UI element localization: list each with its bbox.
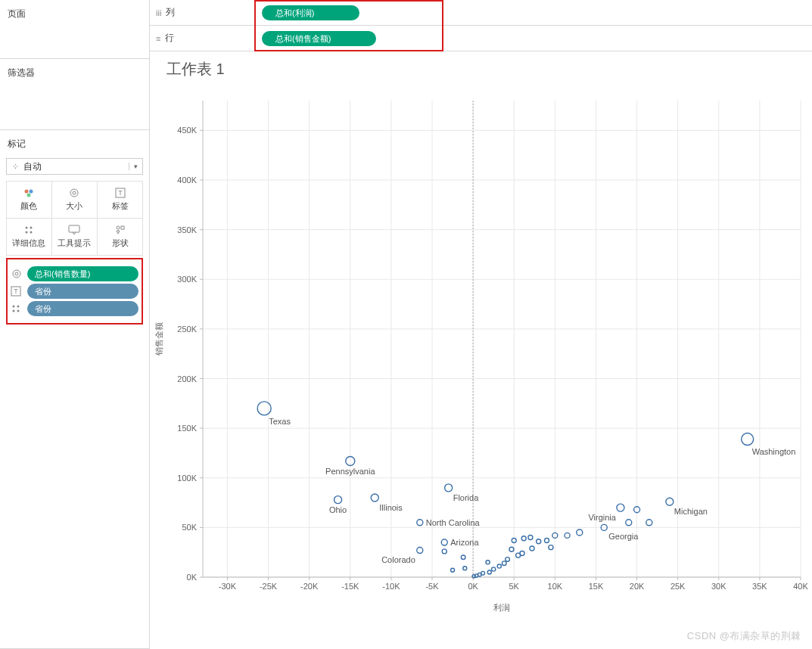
rows-icon: ≡ — [156, 34, 160, 43]
data-point[interactable] — [509, 547, 514, 551]
data-point[interactable] — [417, 520, 423, 526]
svg-point-1 — [30, 190, 33, 194]
data-point[interactable] — [666, 498, 674, 505]
svg-text:35K: 35K — [752, 582, 767, 591]
data-point[interactable] — [417, 548, 423, 554]
data-point[interactable] — [502, 561, 506, 566]
watermark: CSDN @布满杂草的荆棘 — [687, 629, 801, 643]
svg-text:50K: 50K — [182, 523, 197, 532]
drop-size-sales-qty[interactable]: 总和(销售数量) — [27, 266, 138, 281]
svg-point-18 — [13, 306, 15, 308]
svg-point-12 — [117, 226, 120, 229]
svg-text:450K: 450K — [177, 126, 197, 135]
data-point[interactable] — [530, 546, 534, 551]
point-label: Michigan — [674, 507, 708, 516]
data-point[interactable] — [451, 568, 455, 572]
data-point[interactable] — [463, 567, 467, 570]
rows-pill-sales[interactable]: 总和(销售金额) — [262, 31, 376, 46]
marks-tooltip-label: 工具提示 — [58, 238, 91, 249]
point-label: Colorado — [381, 555, 415, 564]
data-point[interactable] — [442, 549, 446, 554]
svg-rect-13 — [121, 226, 124, 229]
marks-size-icon — [68, 187, 80, 199]
data-point[interactable] — [445, 484, 453, 492]
svg-text:T: T — [14, 287, 18, 295]
marks-detail-icon — [23, 224, 34, 236]
data-point[interactable] — [528, 536, 533, 540]
marks-detail[interactable]: 详细信息 — [6, 218, 52, 256]
svg-point-21 — [17, 310, 20, 312]
data-point[interactable] — [565, 533, 570, 538]
svg-text:15K: 15K — [589, 582, 604, 591]
drop-detail-province[interactable]: 省份 — [27, 301, 138, 316]
point-label: Texas — [269, 417, 291, 426]
svg-text:-25K: -25K — [260, 582, 278, 591]
worksheet-title[interactable]: 工作表 1 — [150, 59, 812, 79]
marks-type-label: 自动 — [23, 160, 129, 173]
marks-size[interactable]: 大小 — [51, 181, 98, 219]
svg-text:30K: 30K — [711, 582, 726, 591]
scatter-chart[interactable]: -30K-25K-20K-15K-10K-5K0K5K10K15K20K25K3… — [150, 85, 808, 615]
data-point[interactable] — [257, 402, 271, 415]
svg-point-14 — [13, 270, 20, 278]
data-point[interactable] — [441, 539, 447, 545]
svg-text:0K: 0K — [187, 573, 198, 582]
svg-text:350K: 350K — [177, 225, 197, 234]
data-point[interactable] — [549, 545, 553, 550]
data-point[interactable] — [617, 504, 624, 511]
data-point[interactable] — [472, 575, 475, 578]
point-label: Georgia — [608, 532, 639, 541]
marks-label[interactable]: T标签 — [97, 181, 143, 219]
point-label: Virginia — [588, 513, 616, 522]
marks-color[interactable]: 颜色 — [6, 181, 52, 219]
svg-point-20 — [13, 310, 15, 312]
data-point[interactable] — [742, 433, 754, 446]
marks-color-label: 颜色 — [20, 200, 37, 212]
point-label: North Carolina — [426, 518, 481, 527]
marks-shape[interactable]: 形状 — [97, 218, 143, 256]
data-point[interactable] — [626, 520, 632, 526]
point-label: Pennsylvania — [325, 467, 375, 476]
point-label: Ohio — [329, 505, 347, 514]
data-point[interactable] — [486, 560, 490, 564]
point-label: Arizona — [450, 538, 479, 547]
rows-label: 行 — [165, 32, 174, 45]
marks-title: 标记 — [6, 135, 143, 154]
svg-point-7 — [26, 227, 28, 229]
svg-text:-20K: -20K — [300, 582, 319, 591]
pages-title: 页面 — [6, 5, 143, 23]
marks-detail-label: 详细信息 — [12, 238, 45, 249]
marks-tooltip[interactable]: 工具提示 — [51, 218, 98, 256]
point-label: Washington — [752, 447, 796, 456]
data-point[interactable] — [516, 553, 521, 557]
data-point[interactable] — [461, 555, 465, 560]
svg-text:150K: 150K — [177, 424, 197, 433]
data-point[interactable] — [497, 564, 501, 568]
marks-panel: 标记 ⁘ 自动 ▾ 颜色大小T标签详细信息工具提示形状 总和(销售数量)T省份省… — [0, 130, 149, 649]
columns-pill-profit[interactable]: 总和(利润) — [262, 5, 359, 20]
marks-tooltip-icon — [68, 224, 80, 236]
data-point[interactable] — [334, 496, 342, 504]
svg-text:250K: 250K — [177, 324, 197, 334]
svg-point-2 — [27, 194, 31, 197]
data-point[interactable] — [537, 539, 541, 544]
data-point[interactable] — [487, 570, 491, 574]
data-point[interactable] — [545, 538, 549, 542]
filters-title: 筛选器 — [6, 64, 143, 82]
svg-text:400K: 400K — [177, 175, 197, 185]
marks-type-dropdown[interactable]: ⁘ 自动 ▾ — [6, 158, 143, 175]
data-point[interactable] — [371, 494, 378, 502]
rows-shelf[interactable]: ≡ 行 总和(销售金额) — [150, 26, 812, 51]
svg-text:-30K: -30K — [219, 582, 237, 591]
svg-text:T: T — [118, 189, 123, 197]
data-point[interactable] — [506, 557, 510, 562]
data-point[interactable] — [521, 536, 526, 541]
columns-shelf[interactable]: iii 列 总和(利润) — [150, 0, 812, 26]
svg-point-4 — [73, 191, 76, 194]
svg-point-9 — [26, 231, 28, 234]
data-point[interactable] — [577, 529, 583, 536]
drop-label-province[interactable]: 省份 — [27, 284, 138, 299]
data-point[interactable] — [646, 520, 652, 526]
marks-color-icon — [23, 187, 34, 199]
data-point[interactable] — [492, 567, 496, 571]
